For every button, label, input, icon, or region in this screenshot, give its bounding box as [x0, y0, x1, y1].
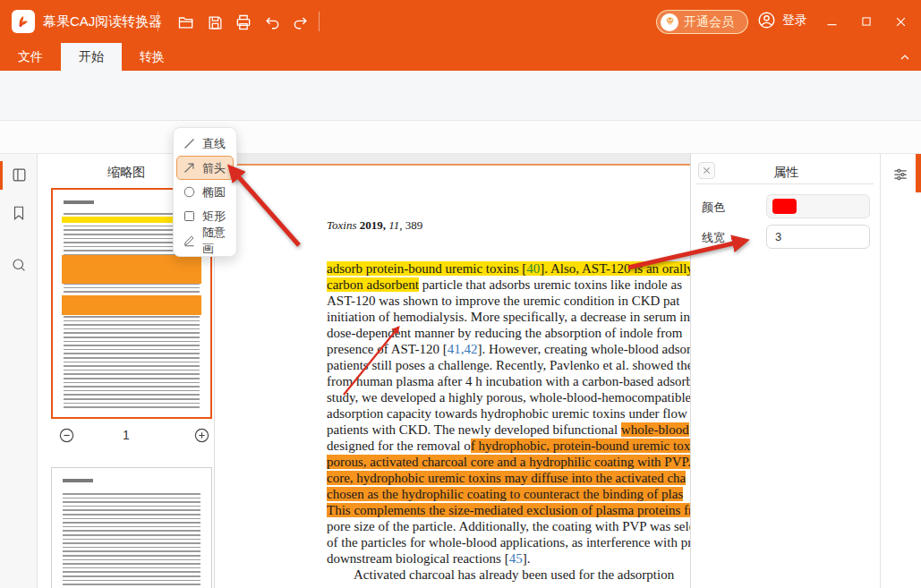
save-icon[interactable] [204, 12, 226, 33]
shape-menu-label: 矩形 [202, 209, 226, 225]
document-running-head: Toxins 2019, 11, 389 [327, 218, 422, 233]
maximize-icon[interactable] [855, 11, 878, 32]
shape-menu-label: 直线 [202, 136, 226, 152]
thumbnail-highlight [62, 295, 201, 315]
login-button[interactable]: 登录 [757, 11, 807, 30]
journal-name: Toxins [327, 218, 356, 232]
shape-menu-item-ellipse[interactable]: 椭圆 [176, 180, 234, 204]
line-width-label: 线宽 [702, 230, 725, 246]
thumbnail-highlight [62, 255, 201, 284]
color-picker-field[interactable] [766, 194, 870, 218]
bookmarks-panel-icon[interactable] [10, 204, 28, 222]
shape-menu-item-freehand[interactable]: 随意画 [176, 228, 234, 252]
document-text-line: This complements the size-mediated exclu… [327, 502, 690, 518]
divider [696, 183, 874, 184]
document-text-line: of the particles for whole-blood applica… [327, 534, 690, 550]
document-text-line: adsorb protein-bound uremic toxins [40].… [327, 260, 690, 277]
arrow-ne-icon [183, 161, 196, 175]
menu-tab-convert[interactable]: 转换 [122, 43, 183, 71]
document-text-line: chosen as the hydrophilic coating to cou… [327, 486, 690, 502]
document-text-line: AST-120 was shown to improve the uremic … [327, 293, 690, 309]
document-text-line: patients still poses a challenge. Recent… [327, 357, 690, 373]
line-width-value: 3 [775, 230, 781, 243]
menu-tab-file[interactable]: 文件 [0, 43, 61, 71]
color-swatch [772, 199, 797, 214]
shape-menu-label: 椭圆 [202, 184, 226, 200]
document-text-line: presence of AST-120 [41,42]. However, cr… [327, 341, 690, 357]
vip-upgrade-label: 开通会员 [684, 14, 734, 30]
properties-panel-title: 属性 [691, 165, 881, 181]
shape-menu-item-arrow[interactable]: 箭头 [176, 156, 234, 180]
login-label: 登录 [782, 13, 807, 29]
undo-icon[interactable] [261, 12, 283, 33]
shape-menu: 直线 箭头 椭圆 矩形 随意画 [173, 127, 237, 257]
document-text-line: study, we developed a highly porous, who… [327, 389, 690, 405]
shape-menu-label: 随意画 [202, 225, 227, 257]
close-window-icon[interactable] [889, 11, 912, 32]
app-title: 幕果CAJ阅读转换器 [43, 13, 162, 30]
properties-panel: 属性 颜色 线宽 3 [690, 154, 880, 588]
thumbnails-panel-icon[interactable] [10, 166, 28, 183]
document-view[interactable]: Toxins 2019, 11, 389 adsorb protein-boun… [215, 154, 690, 588]
vip-gem-icon [661, 13, 678, 31]
thumbnail-text [63, 479, 93, 482]
active-panel-indicator [916, 154, 921, 192]
document-text-line: designed for the removal of hydrophobic,… [327, 438, 690, 454]
open-file-icon[interactable] [175, 12, 197, 33]
vip-upgrade-button[interactable]: 开通会员 [656, 10, 748, 34]
right-icon-strip [880, 154, 921, 588]
app-logo-icon [12, 10, 35, 33]
toolbar: 手型 选择 编辑文字 编辑图片 插入形状 插入注释 [0, 71, 921, 121]
document-text-line: carbon adsorbent particle that adsorbs u… [327, 277, 690, 293]
page-thumbnail-2[interactable] [51, 467, 212, 588]
document-text-line: initiation of hemodialysis. More specifi… [327, 309, 690, 325]
thumbnail-text [64, 200, 94, 204]
divider [158, 12, 158, 31]
minimize-icon[interactable] [820, 11, 843, 32]
active-panel-indicator [0, 161, 3, 190]
print-icon[interactable] [233, 12, 254, 33]
journal-page: , 389 [399, 218, 422, 232]
journal-year: 2019, [356, 218, 388, 232]
document-text-line: patients with CKD. The newly developed b… [327, 422, 690, 438]
user-avatar-icon [757, 11, 776, 30]
line-width-input[interactable]: 3 [766, 225, 870, 249]
rectangle-icon [183, 209, 196, 223]
thumbnail-zoom-in-icon[interactable] [192, 426, 210, 444]
properties-toggle-icon[interactable] [891, 166, 909, 183]
viewer-background [215, 154, 690, 164]
collapse-ribbon-icon[interactable] [895, 47, 915, 67]
document-text-line: dose-dependent manner by reducing the ab… [327, 325, 690, 341]
redo-icon[interactable] [290, 12, 311, 33]
app-window: 幕果CAJ阅读转换器 开通会员 登录 [0, 0, 921, 588]
title-bar: 幕果CAJ阅读转换器 开通会员 登录 [0, 0, 921, 43]
search-panel-icon[interactable] [10, 256, 28, 274]
line-icon [183, 137, 196, 150]
page-top-border [221, 164, 690, 166]
freehand-pen-icon [183, 234, 196, 247]
document-text-line: Activated charcoal has already been used… [327, 567, 690, 583]
document-text-line: core, hydrophobic uremic toxins may diff… [327, 470, 690, 486]
thumbnail-text [63, 493, 200, 588]
document-text-line: from human plasma after 4 h incubation w… [327, 373, 690, 389]
menu-bar: 文件 开始 转换 [0, 43, 921, 71]
document-text-line: pore size of the particle. Additionally,… [327, 518, 690, 534]
journal-volume: 11 [388, 218, 399, 232]
color-label: 颜色 [702, 200, 725, 216]
divider [319, 12, 320, 31]
document-tab-strip: Auslogics-BoostSp [0, 121, 921, 154]
ellipse-icon [183, 185, 196, 199]
document-lines: adsorb protein-bound uremic toxins [40].… [327, 260, 690, 583]
document-text-line: porous, activated charcoal core and a hy… [327, 454, 690, 470]
document-text-line: adsorption capacity towards hydrophobic … [327, 405, 690, 422]
document-text-line: downstream biological reactions [45]. [327, 550, 690, 567]
shape-menu-item-line[interactable]: 直线 [176, 132, 234, 156]
left-icon-strip [0, 154, 38, 588]
thumbnail-page-number: 1 [38, 428, 215, 442]
shape-menu-label: 箭头 [202, 160, 226, 176]
menu-tab-home[interactable]: 开始 [61, 43, 122, 71]
